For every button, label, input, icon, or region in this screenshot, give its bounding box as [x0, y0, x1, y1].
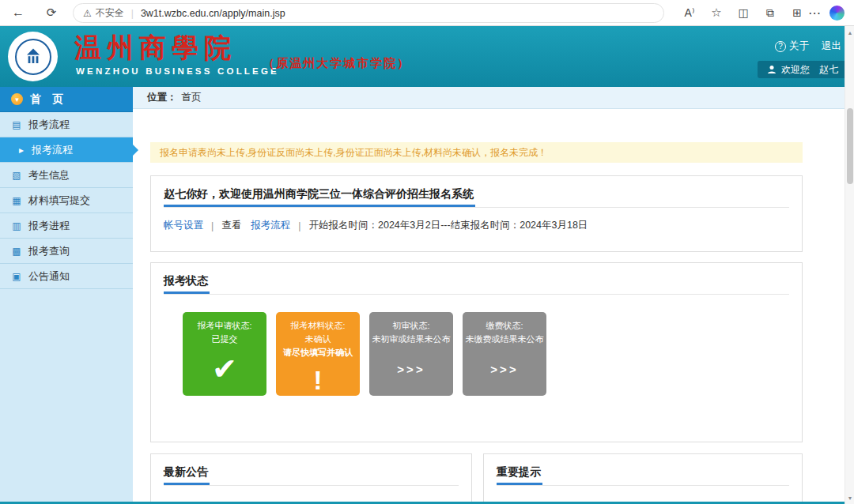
favorites-icon[interactable]: ☆ — [705, 0, 727, 25]
status-boxes: 报考申请状态: 已提交 ✔ 报考材料状态: 未确认 请尽快填写并确认 ! 初审状… — [183, 312, 546, 396]
security-label[interactable]: 不安全 — [96, 6, 124, 20]
breadcrumb-value[interactable]: 首页 — [182, 91, 202, 104]
registration-dates-text: 开始报名时间：2024年3月2日---结束报名时间：2024年3月18日 — [309, 219, 588, 232]
status-box-label: 报考申请状态: — [197, 319, 251, 333]
status-box-label: 初审状态: — [392, 319, 429, 333]
status-box-label: 报考材料状态: — [290, 319, 345, 333]
status-box-initial-review[interactable]: 初审状态: 未初审或结果未公布 >>> — [369, 312, 453, 396]
sidebar-item-label: 报考流程 — [32, 143, 73, 157]
check-icon: ✔ — [183, 346, 266, 396]
logout-label: 退出 — [822, 39, 841, 53]
sidebar-item-candidate-info[interactable]: ▧ 考生信息 — [0, 163, 133, 188]
about-link[interactable]: ? 关于 — [775, 39, 809, 53]
app-header: 温州商學院 WENZHOU BUSINESS COLLEGE （原温州大学城市学… — [0, 26, 854, 87]
status-box-value: 未初审或结果未公布 — [372, 333, 451, 346]
important-tips-card: 重要提示 — [483, 453, 803, 504]
page-scrollbar[interactable]: ▲ ▼ — [845, 26, 854, 504]
user-icon — [767, 65, 777, 74]
status-box-payment[interactable]: 缴费状态: 未缴费或结果未公布 >>> — [463, 312, 546, 396]
status-card-head: 报考状态 — [164, 274, 789, 295]
announcements-title: 最新公告 — [164, 466, 210, 485]
help-icon: ? — [775, 41, 786, 52]
college-name-en: WENZHOU BUSINESS COLLEGE — [76, 66, 279, 76]
status-box-value: 未确认 — [305, 333, 331, 346]
link-separator: | — [211, 220, 214, 231]
sidebar-item-application-process[interactable]: ▤ 报考流程 — [0, 112, 133, 137]
about-label: 关于 — [789, 39, 809, 53]
address-bar[interactable]: ⚠ 不安全 | 3w1t.wzbc.edu.cn/apply/main.jsp — [73, 3, 664, 23]
sidebar: ▾ 首 页 ▤ 报考流程 ▸ 报考流程 ▧ 考生信息 ▦ 材料填写提交 ▥ 报考… — [0, 87, 133, 504]
read-aloud-icon[interactable]: A⁾ — [678, 0, 701, 25]
calendar-icon: ▦ — [11, 195, 22, 206]
sidebar-item-label: 公告通知 — [28, 269, 70, 284]
copilot-icon[interactable] — [826, 0, 848, 25]
chevrons-icon: >>> — [369, 346, 453, 396]
college-logo — [8, 32, 58, 81]
form-icon: ▧ — [11, 170, 22, 181]
link-separator: | — [298, 220, 300, 231]
application-process-link[interactable]: 报考流程 — [251, 219, 290, 232]
account-settings-link[interactable]: 帐号设置 — [164, 219, 203, 232]
sidebar-item-label: 报考流程 — [28, 118, 70, 132]
latest-announcements-card: 最新公告 — [150, 453, 472, 504]
home-icon: ▾ — [11, 93, 23, 105]
calendar-icon: ▩ — [11, 246, 22, 257]
quick-links-row: 帐号设置 | 查看 报考流程 | 开始报名时间：2024年3月2日---结束报名… — [164, 219, 789, 232]
chevrons-icon: >>> — [463, 346, 546, 396]
sidebar-item-application-progress[interactable]: ▥ 报考进程 — [0, 213, 133, 239]
status-box-value: 未缴费或结果未公布 — [466, 333, 544, 346]
tips-title: 重要提示 — [497, 466, 542, 485]
back-icon[interactable]: ← — [6, 0, 30, 25]
sidebar-item-label: 报考进程 — [28, 219, 70, 233]
application-status-card: 报考状态 报考申请状态: 已提交 ✔ 报考材料状态: 未确认 请尽快填写并确认 … — [150, 262, 803, 442]
list-icon: ▤ — [11, 119, 22, 130]
sidebar-item-application-query[interactable]: ▩ 报考查询 — [0, 239, 133, 264]
greeting-card: 赵七你好，欢迎使用温州商学院三位一体综合评价招生报名系统 帐号设置 | 查看 报… — [150, 175, 803, 252]
status-box-value: 已提交 — [212, 333, 238, 346]
sidebar-item-label: 考生信息 — [28, 168, 70, 182]
incomplete-warning-banner: 报名申请表尚未上传,身份证反面尚未上传,身份证正面尚未上传,材料尚未确认，报名未… — [150, 142, 803, 163]
college-logo-emblem — [15, 39, 51, 75]
sidebar-item-label: 报考查询 — [28, 244, 70, 258]
greeting-card-head: 赵七你好，欢迎使用温州商学院三位一体综合评价招生报名系统 — [164, 187, 789, 208]
sidebar-item-home[interactable]: ▾ 首 页 — [0, 87, 133, 112]
college-subtitle: （原温州大学城市学院） — [263, 56, 410, 71]
status-card-title: 报考状态 — [164, 275, 210, 294]
split-screen-icon[interactable]: ◫ — [732, 0, 754, 25]
exclamation-icon: ! — [276, 359, 360, 404]
header-links: ? 关于 退出 — [775, 39, 841, 53]
breadcrumb-label: 位置： — [147, 91, 177, 104]
announcements-card-head: 最新公告 — [164, 465, 459, 486]
college-name-zh: 温州商學院 — [74, 30, 236, 66]
sidebar-subitem-application-process[interactable]: ▸ 报考流程 — [0, 137, 133, 163]
scroll-down-icon[interactable]: ▼ — [845, 493, 854, 502]
arrow-right-icon: ▸ — [17, 145, 25, 156]
welcome-text: 欢迎您 赵七 — [781, 63, 838, 77]
status-box-warn: 请尽快填写并确认 — [283, 346, 353, 359]
sidebar-item-material-submit[interactable]: ▦ 材料填写提交 — [0, 188, 133, 213]
calendar-icon: ▥ — [11, 220, 22, 231]
screen: ← ⟳ ⚠ 不安全 | 3w1t.wzbc.edu.cn/apply/main.… — [0, 0, 854, 504]
sidebar-item-label: 材料填写提交 — [28, 194, 90, 208]
message-icon: ▣ — [11, 271, 22, 282]
tips-card-head: 重要提示 — [497, 465, 789, 486]
url-text[interactable]: 3w1t.wzbc.edu.cn/apply/main.jsp — [141, 8, 285, 19]
main-content: 位置： 首页 报名申请表尚未上传,身份证反面尚未上传,身份证正面尚未上传,材料尚… — [133, 87, 845, 504]
settings-more-icon[interactable]: ⋯ — [803, 0, 826, 25]
refresh-icon[interactable]: ⟳ — [40, 0, 63, 25]
view-label[interactable]: 查看 — [221, 219, 241, 232]
sidebar-item-announcements[interactable]: ▣ 公告通知 — [0, 264, 133, 289]
logout-link[interactable]: 退出 — [822, 39, 841, 53]
welcome-badge[interactable]: 欢迎您 赵七 — [758, 61, 848, 78]
collections-icon[interactable]: ⧉ — [759, 0, 781, 25]
status-box-label: 缴费状态: — [486, 319, 523, 333]
greeting-title: 赵七你好，欢迎使用温州商学院三位一体综合评价招生报名系统 — [164, 188, 475, 207]
status-box-application[interactable]: 报考申请状态: 已提交 ✔ — [183, 312, 266, 396]
copilot-dot — [829, 6, 845, 21]
address-divider: | — [131, 8, 134, 19]
status-box-materials[interactable]: 报考材料状态: 未确认 请尽快填写并确认 ! — [276, 312, 360, 396]
browser-toolbar: ← ⟳ ⚠ 不安全 | 3w1t.wzbc.edu.cn/apply/main.… — [0, 0, 854, 26]
scrollbar-thumb[interactable] — [847, 108, 853, 184]
not-secure-warning-icon: ⚠ — [83, 8, 92, 19]
scroll-up-icon[interactable]: ▲ — [845, 28, 854, 37]
